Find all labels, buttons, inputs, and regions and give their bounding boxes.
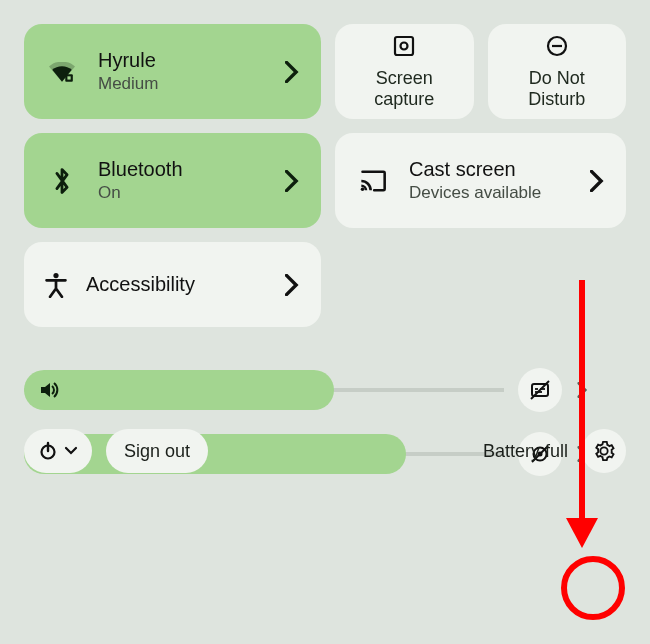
annotation-arrow bbox=[552, 270, 612, 570]
captions-off-icon bbox=[529, 379, 551, 401]
cast-title: Cast screen bbox=[409, 158, 590, 181]
power-menu-button[interactable] bbox=[24, 429, 92, 473]
screen-capture-tile[interactable]: Screencapture bbox=[335, 24, 474, 119]
bluetooth-subtitle: On bbox=[98, 183, 285, 203]
volume-slider[interactable] bbox=[24, 370, 504, 410]
slider-fill bbox=[24, 370, 334, 410]
bluetooth-title: Bluetooth bbox=[98, 158, 285, 181]
chevron-right-icon bbox=[590, 170, 604, 192]
cast-subtitle: Devices available bbox=[409, 183, 590, 203]
svg-point-3 bbox=[401, 42, 408, 49]
svg-point-6 bbox=[361, 187, 365, 191]
sign-out-button[interactable]: Sign out bbox=[106, 429, 208, 473]
cast-icon bbox=[355, 169, 391, 193]
bluetooth-tile[interactable]: Bluetooth On bbox=[24, 133, 321, 228]
cast-tile[interactable]: Cast screen Devices available bbox=[335, 133, 626, 228]
wifi-subtitle: Medium bbox=[98, 74, 285, 94]
chevron-down-icon bbox=[64, 446, 78, 456]
accessibility-icon bbox=[44, 272, 68, 298]
screen-capture-icon bbox=[392, 34, 416, 58]
svg-point-7 bbox=[53, 272, 58, 277]
dnd-icon bbox=[545, 34, 569, 58]
chevron-right-icon bbox=[285, 274, 299, 296]
dnd-label: Do NotDisturb bbox=[528, 68, 585, 109]
annotation-circle bbox=[561, 556, 625, 620]
svg-rect-2 bbox=[395, 37, 413, 55]
dnd-tile[interactable]: Do NotDisturb bbox=[488, 24, 627, 119]
accessibility-title: Accessibility bbox=[86, 273, 285, 296]
wifi-icon bbox=[44, 62, 80, 82]
volume-icon bbox=[38, 379, 60, 401]
power-icon bbox=[38, 441, 58, 461]
sign-out-label: Sign out bbox=[124, 441, 190, 462]
wifi-tile[interactable]: Hyrule Medium bbox=[24, 24, 321, 119]
svg-marker-28 bbox=[566, 518, 598, 548]
bluetooth-icon bbox=[44, 167, 80, 195]
chevron-right-icon bbox=[285, 170, 299, 192]
accessibility-tile[interactable]: Accessibility bbox=[24, 242, 321, 327]
chevron-right-icon bbox=[285, 61, 299, 83]
wifi-title: Hyrule bbox=[98, 49, 285, 72]
screen-capture-label: Screencapture bbox=[374, 68, 434, 109]
svg-rect-1 bbox=[67, 76, 70, 79]
